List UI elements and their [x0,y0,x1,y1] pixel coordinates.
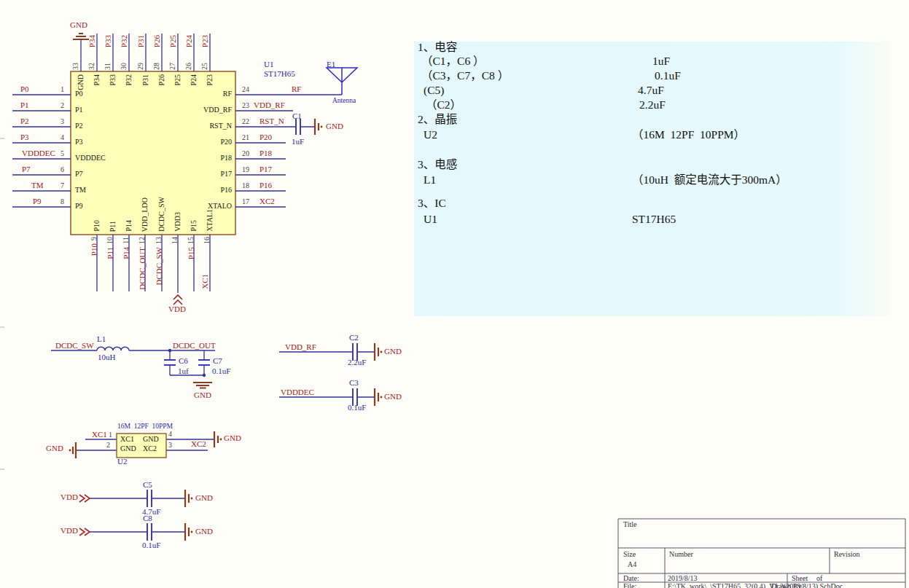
vdd-power-label[interactable]: VDD [61,493,78,502]
inductor-symbol[interactable] [97,347,129,350]
net-label[interactable]: P16 [260,181,272,190]
net-label[interactable]: P25 [169,35,178,47]
net-label[interactable]: P15 [187,247,195,259]
net-label[interactable]: VDD_RF [254,101,285,110]
gnd-power-label[interactable]: GND [195,494,213,503]
capacitor-value[interactable]: 0.1uF [142,541,160,550]
ic-part-number[interactable]: ST17H65 [264,70,295,79]
titleblock-date-value: 2019/8/13 [668,575,698,583]
net-label[interactable]: P24 [185,35,194,47]
net-label[interactable]: TM [31,181,44,190]
capacitor-designator[interactable]: C3 [349,379,359,388]
net-label[interactable]: P31 [137,35,146,47]
pin-name: XTAL1 [206,209,214,232]
pin-name: GND [120,445,136,453]
net-label[interactable]: VDD_RF [285,343,316,352]
net-label[interactable]: DCDC_OUT [138,247,147,290]
bottom-pin-label[interactable]: DCDC_SW 13 [153,237,165,286]
crystal-designator[interactable]: U2 [117,458,127,466]
vdd-power-label[interactable]: VDD [61,527,78,536]
titleblock-revision-label: Revision [834,551,860,559]
capacitor-designator[interactable]: C8 [143,514,152,523]
crystal-comment[interactable]: 16M 12PF 10PPM [117,423,173,431]
net-label[interactable]: XC1 [92,431,107,439]
inductor-value[interactable]: 10uH [98,353,115,362]
net-label[interactable]: P9 [33,197,42,206]
net-label[interactable]: XC2 [260,197,275,206]
net-label[interactable]: P23 [201,35,210,47]
gnd-power-label[interactable]: GND [384,393,402,401]
net-label[interactable]: P14 [122,247,130,259]
pin-name: P20 [175,138,232,146]
net-label[interactable]: XC2 [191,440,206,449]
ground-dot [321,126,323,128]
titleblock-size-label: Size [623,551,636,559]
capacitor-value[interactable]: 2.2uF [348,358,366,367]
net-label[interactable]: P1 [20,101,29,110]
net-label[interactable]: RF [292,85,301,94]
gnd-power-label[interactable]: GND [195,528,213,536]
junction-dot [168,349,171,352]
net-label[interactable]: P33 [104,35,113,47]
ic-designator[interactable]: U1 [264,60,273,69]
note-line: （C1，C6 ） [421,55,485,67]
net-label[interactable]: P7 [22,165,31,174]
net-label[interactable]: P2 [20,117,29,126]
vdd-power-label[interactable]: VDD [168,305,186,314]
pin-name: P34 [93,74,101,86]
bottom-pin-label[interactable]: P14 11 [120,237,133,259]
net-label[interactable]: P26 [153,35,162,47]
net-label[interactable]: P3 [20,133,29,142]
bom-notes-panel[interactable]: 1、电容 （C1，C6 ） 1uF （C3，C7，C8 ） 0.1uF (C5)… [414,42,889,316]
gnd-power-label[interactable]: GND [194,391,211,400]
net-label[interactable]: DCDC_SW [155,247,163,286]
capacitor-designator[interactable]: C6 [179,357,188,366]
net-label[interactable]: DCDC_OUT [173,342,216,350]
antenna-icon[interactable] [327,68,357,95]
gnd-power-label[interactable]: GND [224,434,241,443]
net-label[interactable]: P17 [260,165,272,174]
bottom-pin-label[interactable]: P11 10 [104,237,117,259]
net-label[interactable]: XC1 [201,274,210,289]
net-label[interactable]: RST_N [260,117,284,126]
pin-name: VDD_LDO [141,197,149,232]
capacitor-designator[interactable]: C5 [143,481,152,490]
gnd-power-label[interactable]: GND [326,122,343,131]
pin-number: 10 [106,237,114,244]
net-label[interactable]: P34 [88,35,97,47]
bottom-pin-label[interactable]: P15 15 [185,237,198,259]
capacitor-value[interactable]: 0.1uF [348,404,366,412]
capacitor-value[interactable]: 1uf [178,367,189,376]
gnd-power-label[interactable]: GND [70,21,87,30]
net-label[interactable]: P10 [90,243,98,256]
bottom-pin-label[interactable]: 16 [201,237,214,244]
net-label[interactable]: P20 [260,133,272,142]
capacitor-designator[interactable]: C7 [213,357,222,366]
capacitor-designator[interactable]: C2 [349,334,359,342]
capacitor-value[interactable]: 0.1uF [212,367,230,376]
net-label[interactable]: P18 [260,149,272,158]
net-label[interactable]: VDDDEC [281,388,314,397]
gnd-power-label[interactable]: GND [46,444,63,453]
bottom-pin-label[interactable]: 14 [169,237,182,244]
capacitor-designator[interactable]: C1 [292,112,302,121]
vdd-power-symbols[interactable] [79,295,182,536]
net-label[interactable]: DCDC_SW [55,342,94,350]
capacitor-value[interactable]: 1uF [292,138,304,146]
titleblock-number-label: Number [669,551,693,559]
net-label[interactable]: P11 [106,247,114,259]
gnd-power-label[interactable]: GND [384,348,402,356]
net-label[interactable]: VDDDEC [22,149,55,158]
pin-name: P32 [125,74,133,86]
pin-name: GND [143,436,159,444]
inductor-designator[interactable]: L1 [97,335,106,344]
antenna-designator[interactable]: E1 [327,60,335,69]
schematic-sheet[interactable]: GND P34 P33 P32 P31 P26 P25 P24 P23 33 3… [0,0,909,588]
junction-dot [203,374,206,377]
net-label[interactable]: P0 [20,85,29,94]
net-label[interactable]: P32 [120,35,129,47]
pin-name: P9 [75,203,83,211]
bottom-pin-label[interactable]: DCDC_OUT 12 [136,237,149,290]
titleblock-sheet-label: Sheet [792,575,808,583]
bottom-pin-label[interactable]: P10 9 [88,237,101,256]
